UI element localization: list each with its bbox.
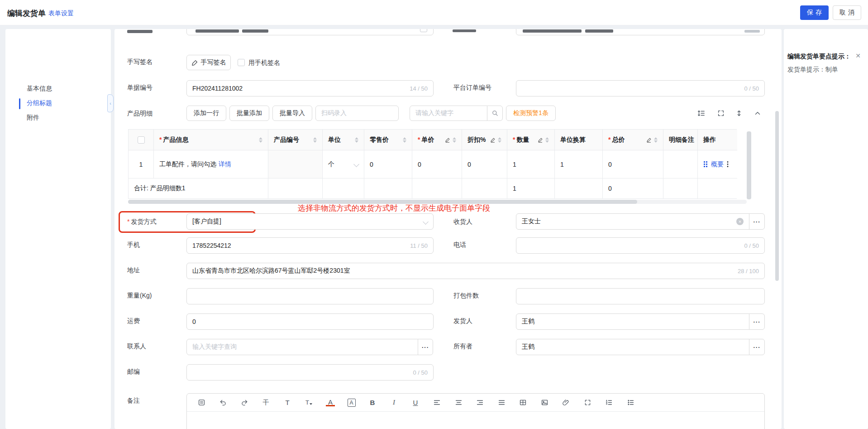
edit-icon[interactable] [444,137,451,143]
chevron-down-icon[interactable] [353,161,359,167]
row-discount-cell[interactable]: 0 [462,150,507,178]
sort-icon[interactable] [313,137,317,143]
row-remark-cell[interactable] [663,150,698,178]
handwrite-sign-button[interactable]: 手写签名 [186,55,231,70]
cancel-button[interactable]: 取消 [833,5,861,20]
edit-icon[interactable] [646,137,652,143]
receiver-input[interactable]: 王女士 × [516,213,749,230]
image-icon[interactable] [540,398,549,407]
page-vertical-scrollbar[interactable] [775,111,779,281]
sort-icon[interactable] [259,137,262,143]
close-icon[interactable]: ✕ [855,52,861,59]
resize-vertical-icon[interactable] [734,109,744,118]
sort-icon[interactable] [545,137,549,143]
zip-counter: 0 / 50 [409,369,428,376]
doc-no-input[interactable]: FH202411281002 14 / 50 [186,80,434,96]
packages-input[interactable] [516,288,765,304]
row-code-cell[interactable] [268,150,323,178]
sidebar-item-basic-info[interactable]: 基本信息 [27,85,95,95]
row-retail-cell[interactable]: 0 [364,150,412,178]
more-actions-icon[interactable] [727,161,729,168]
contact-input[interactable]: 输入关键字查询 [186,339,418,355]
collapse-icon[interactable] [753,109,762,118]
sidebar-collapse-handle[interactable]: ‹ [107,94,114,112]
mobile-input[interactable]: 17852254212 11 / 50 [186,237,434,254]
row-info-detail-link[interactable]: 详情 [219,160,231,169]
font-color-icon[interactable] [326,399,335,406]
weight-input[interactable] [186,288,434,304]
scan-input[interactable]: 扫码录入 [315,106,399,121]
platform-no-input[interactable]: 0 / 50 [516,80,765,96]
line-height-icon[interactable] [696,109,706,118]
align-center-icon[interactable] [454,398,463,407]
underline-icon[interactable] [411,398,420,407]
keyword-search-input[interactable]: 请输入关键字 [410,106,487,121]
sender-input[interactable]: 王鹤 [516,313,749,330]
add-row-button[interactable]: 添加一行 [186,106,226,121]
batch-import-button[interactable]: 批量导入 [272,106,312,121]
undo-icon[interactable] [219,398,228,407]
sort-icon[interactable] [355,137,358,143]
batch-add-button[interactable]: 批量添加 [229,106,269,121]
sort-icon[interactable] [654,137,658,143]
sidebar-item-group-title[interactable]: 分组标题 [27,99,95,109]
row-info-cell[interactable]: 工单配件，请问勾选 详情 [154,150,268,178]
remark-editor[interactable] [186,393,765,429]
bold-icon[interactable] [368,398,377,407]
form-settings-link[interactable]: 表单设置 [48,10,74,18]
row-total-cell[interactable]: 0 [603,150,663,178]
ship-method-select[interactable]: [客户自提] [186,213,434,230]
remark-editor-content[interactable] [187,412,764,429]
address-input[interactable]: 山东省青岛市市北区哈尔滨路67号蓝山军邸2号楼2301室 28 / 100 [186,263,765,279]
select-all-checkbox[interactable] [138,136,145,144]
unordered-list-icon[interactable] [626,398,635,407]
row-unit-cell[interactable]: 个 [323,150,364,178]
freight-input[interactable]: 0 [186,313,434,330]
warning-check-button[interactable]: 检测预警1条 [506,106,556,121]
zip-input[interactable]: 0 / 50 [186,364,434,381]
ordered-list-icon[interactable] [605,398,614,407]
owner-input[interactable]: 王鹤 [516,339,749,355]
row-conv-cell[interactable]: 1 [555,150,603,178]
owner-lookup-button[interactable]: ··· [749,339,765,355]
tips-body: 发货单提示：制单 [787,66,838,74]
calendar-icon[interactable] [420,29,427,32]
table-icon[interactable] [519,398,528,407]
align-right-icon[interactable] [476,398,485,407]
clear-format-icon[interactable] [262,398,271,407]
edit-icon[interactable] [490,137,496,143]
font-size-icon[interactable] [283,398,292,407]
text-style-icon[interactable] [305,398,314,407]
sort-icon[interactable] [403,137,406,143]
align-left-icon[interactable] [433,398,442,407]
phone-input[interactable]: 0 / 50 [516,237,765,254]
edit-icon[interactable] [537,137,544,143]
insert-menu-icon[interactable] [197,398,206,407]
align-justify-icon[interactable] [497,398,506,407]
phone-counter: 0 / 50 [740,242,759,249]
sender-lookup-button[interactable]: ··· [749,313,765,330]
phone-sign-checkbox[interactable] [238,59,245,66]
phone-sign-label[interactable]: 用手机签名 [248,59,280,67]
drag-handle-icon[interactable] [703,161,708,168]
contact-lookup-button[interactable]: ··· [418,339,433,355]
italic-icon[interactable] [390,398,399,407]
table-vertical-scrollbar[interactable] [747,131,751,199]
highlight-icon[interactable] [348,399,356,407]
sort-icon[interactable] [498,137,501,143]
save-button[interactable]: 保存 [800,5,829,20]
fullscreen-icon[interactable] [716,109,725,118]
search-button[interactable] [487,106,503,121]
sidebar-item-attachment[interactable]: 附件 [27,114,95,124]
row-price-cell[interactable]: 0 [412,150,462,178]
row-summary-link[interactable]: 概要 [711,160,724,169]
redo-icon[interactable] [240,398,249,407]
address-value: 山东省青岛市市北区哈尔滨路67号蓝山军邸2号楼2301室 [192,267,350,275]
sort-icon[interactable] [453,137,456,143]
receiver-lookup-button[interactable]: ··· [749,213,765,230]
clear-icon[interactable]: × [736,218,744,225]
doc-no-label: 单据编号 [127,84,153,92]
row-qty-cell[interactable]: 1 [507,150,555,178]
attachment-icon[interactable] [562,398,571,407]
fullscreen-icon[interactable] [583,398,592,407]
